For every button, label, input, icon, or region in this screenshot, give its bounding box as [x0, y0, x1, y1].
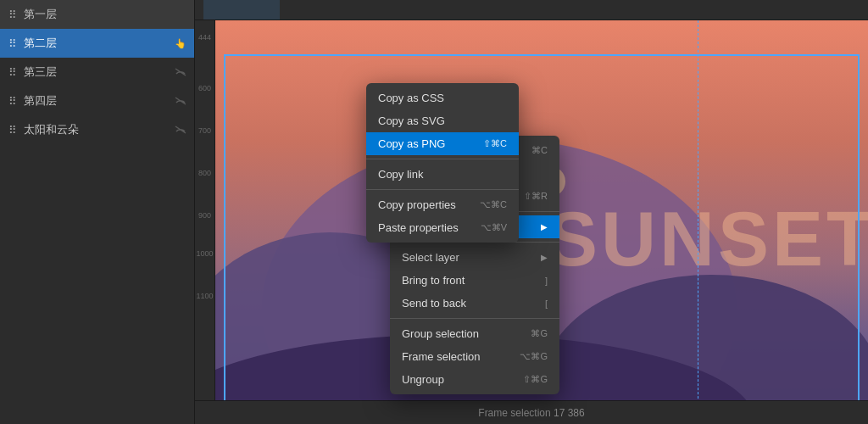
ruler-mark-1100: 1100	[196, 292, 213, 300]
layer-label: 第三层	[24, 64, 169, 80]
ruler-mark-600: 600	[198, 84, 211, 92]
submenu-item-copy_png[interactable]: Copy as PNG⇧⌘C	[366, 132, 519, 155]
layer-label: 第一层	[24, 7, 182, 22]
ruler-mark-900: 900	[198, 211, 211, 220]
layers-panel: ⠿第一层⠿第二层👆⠿第三层 ⠿第四层 ⠿太阳和云朵	[0, 0, 195, 424]
menu-shortcut: [	[545, 298, 548, 309]
submenu-item-label: Copy properties	[378, 198, 456, 211]
menu-item-ungroup[interactable]: Ungroup⇧⌘G	[390, 368, 559, 391]
selection-info: Frame selection 17 386	[478, 407, 584, 419]
submenu-shortcut: ⌥⌘C	[480, 199, 507, 210]
ruler-mark-700: 700	[198, 126, 211, 135]
menu-item-frame_selection[interactable]: Frame selection⌥⌘G	[390, 345, 559, 368]
menu-item-select_layer[interactable]: Select layer▶	[390, 246, 559, 269]
sidebar-item-layer3[interactable]: ⠿第三层	[0, 58, 194, 86]
ruler-mark-1000: 1000	[196, 249, 213, 258]
eye-hidden-icon[interactable]	[174, 94, 187, 108]
menu-item-label: Ungroup	[402, 373, 444, 386]
submenu-item-label: Copy as SVG	[378, 114, 445, 127]
submenu-shortcut: ⇧⌘C	[483, 138, 507, 149]
submenu-separator	[366, 189, 519, 190]
menu-item-group_selection[interactable]: Group selection⌘G	[390, 322, 559, 345]
submenu-item-label: Copy link	[378, 168, 423, 181]
submenu-item-copy_svg[interactable]: Copy as SVG	[366, 109, 519, 132]
menu-shortcut: ]	[545, 276, 548, 286]
submenu-item-label: Paste properties	[378, 221, 459, 234]
sidebar-item-layer5[interactable]: ⠿太阳和云朵	[0, 115, 194, 144]
submenu-arrow-icon: ▶	[541, 253, 548, 262]
submenu-item-copy_properties[interactable]: Copy properties⌥⌘C	[366, 193, 519, 216]
menu-item-send_to_back[interactable]: Send to back[	[390, 292, 559, 315]
menu-item-bring_to_front[interactable]: Bring to front]	[390, 269, 559, 292]
menu-shortcut: ⇧⌘R	[524, 191, 548, 202]
grid-icon: ⠿	[7, 124, 19, 136]
submenu-shortcut: ⌥⌘V	[481, 222, 507, 233]
menu-item-label: Bring to front	[402, 274, 465, 287]
sidebar-item-layer1[interactable]: ⠿第一层	[0, 0, 194, 29]
menu-shortcut: ⌥⌘G	[520, 351, 548, 362]
submenu-item-copy_link[interactable]: Copy link	[366, 163, 519, 186]
menu-item-label: Frame selection	[402, 350, 480, 363]
eye-hidden-icon[interactable]	[174, 65, 187, 79]
sidebar-item-layer4[interactable]: ⠿第四层	[0, 86, 194, 115]
layer-label: 第四层	[24, 93, 169, 109]
menu-shortcut: ⌘C	[531, 145, 548, 156]
grid-icon: ⠿	[7, 95, 19, 107]
submenu-arrow-icon: ▶	[541, 222, 548, 232]
menu-separator	[390, 318, 559, 319]
submenu-item-label: Copy as CSS	[378, 92, 444, 104]
ruler-mark-800: 800	[198, 169, 211, 177]
pin-icon[interactable]: 👆	[174, 36, 187, 50]
menu-item-label: Send to back	[402, 297, 466, 310]
submenu-copy-paste-as: Copy as CSSCopy as SVGCopy as PNG⇧⌘CCopy…	[366, 83, 519, 243]
ruler-mark-444: 444	[198, 33, 211, 42]
eye-hidden-icon[interactable]	[174, 123, 187, 137]
menu-item-label: Select layer	[402, 251, 459, 264]
status-bar: Frame selection 17 386	[195, 400, 868, 424]
submenu-item-label: Copy as PNG	[378, 137, 445, 150]
menu-shortcut: ⌘G	[531, 328, 548, 339]
submenu-separator	[366, 159, 519, 159]
main-canvas-area: 444 600 700 800 900 1000 1100 SUNSET	[195, 0, 868, 424]
sidebar-item-layer2[interactable]: ⠿第二层👆	[0, 29, 194, 58]
grid-icon: ⠿	[7, 8, 19, 20]
sunset-text: SUNSET	[547, 196, 868, 283]
menu-item-label: Group selection	[402, 327, 479, 340]
grid-icon: ⠿	[7, 37, 19, 49]
ruler-top	[195, 0, 868, 20]
submenu-item-paste_properties[interactable]: Paste properties⌥⌘V	[366, 216, 519, 239]
submenu-item-copy_css[interactable]: Copy as CSS	[366, 86, 519, 109]
layer-label: 第二层	[24, 36, 169, 51]
layer-label: 太阳和云朵	[24, 122, 169, 137]
menu-shortcut: ⇧⌘G	[523, 374, 548, 385]
grid-icon: ⠿	[7, 66, 19, 78]
ruler-side: 444 600 700 800 900 1000 1100	[195, 20, 215, 424]
